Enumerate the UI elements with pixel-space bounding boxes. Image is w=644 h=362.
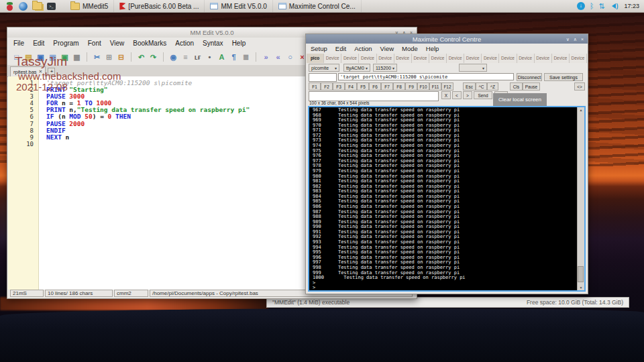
device-tab-7[interactable]: Device [429, 54, 447, 63]
menu-view[interactable]: View [110, 40, 125, 47]
key-f7[interactable]: F7 [381, 82, 393, 90]
key-f8[interactable]: F8 [393, 82, 405, 90]
terminal-icon[interactable]: >_ [47, 3, 56, 10]
copy-icon[interactable]: ⊞ [105, 52, 113, 62]
device-tab-10[interactable]: Device [482, 54, 499, 63]
key-f3[interactable]: F3 [333, 82, 345, 90]
scroll-down-icon[interactable]: ▼ [578, 286, 584, 290]
browser-icon[interactable] [19, 2, 28, 11]
menu-edit[interactable]: Edit [33, 40, 44, 47]
menu-mode[interactable]: Mode [402, 45, 418, 52]
key-f6[interactable]: F6 [369, 82, 381, 90]
device-tab-13[interactable]: Device [535, 54, 552, 63]
key-f9[interactable]: F9 [405, 82, 417, 90]
undo-icon[interactable]: ↶ [137, 52, 146, 62]
print-icon[interactable]: ▦ [72, 52, 81, 62]
dot-icon[interactable]: • [205, 52, 214, 62]
device-tab-12[interactable]: Device [517, 54, 535, 63]
baud-rate-select[interactable]: 115200▾ [373, 64, 397, 72]
menu-file[interactable]: File [13, 40, 24, 47]
terminal-scrollbar[interactable]: ▲ ▼ [577, 107, 584, 290]
key-esc[interactable]: Esc [463, 82, 476, 90]
menu-program[interactable]: Program [53, 40, 78, 47]
menu-help[interactable]: Help [232, 40, 246, 47]
checklist-icon[interactable]: ≣ [241, 52, 250, 62]
line-endings-icon[interactable]: ʟғ [193, 52, 202, 62]
extra-select[interactable]: ▾ [459, 64, 487, 72]
device-type-select[interactable]: picomite▾ [309, 64, 339, 72]
font-icon[interactable]: A [217, 52, 226, 62]
network-icon[interactable]: ⇅ [598, 2, 604, 11]
file-manager-icon[interactable] [32, 2, 42, 10]
browse-icon[interactable]: ◉ [169, 52, 178, 62]
updates-icon[interactable]: ↓ [577, 2, 585, 10]
disconnect-button[interactable]: Disconnect [517, 73, 542, 81]
key-f2[interactable]: F2 [321, 82, 333, 90]
menu-action[interactable]: Action [175, 40, 194, 47]
menu-edit[interactable]: Edit [335, 45, 346, 52]
key-pause[interactable]: Pause [523, 82, 540, 90]
mcc-titlebar[interactable]: Maximite Control Centre ∨ ∧ × [306, 34, 588, 44]
bluetooth-icon[interactable]: ᛒ [590, 2, 594, 11]
device-tab-14[interactable]: Device [552, 54, 570, 63]
device-tab-2[interactable]: Device [341, 54, 359, 63]
taskbar-app-purebasic-6-00-beta[interactable]: [PureBasic 6.00 Beta ... [114, 0, 205, 12]
key-f12[interactable]: F12 [441, 82, 453, 90]
comment-icon[interactable]: ○ [286, 52, 294, 62]
device-tab-4[interactable]: Device [377, 54, 394, 63]
taskbar-app-mm-edit-v5-0-0[interactable]: MM Edit V5.0.0 [205, 0, 272, 12]
device-tab-8[interactable]: Device [447, 54, 464, 63]
key-z[interactable]: ^Z [487, 82, 498, 90]
send-prev-button[interactable]: < [452, 91, 462, 99]
paste-icon[interactable]: ⊟ [117, 52, 125, 62]
redo-icon[interactable]: ↷ [149, 52, 158, 62]
device-tab-1[interactable]: Device [324, 54, 341, 63]
clock[interactable]: 17:23 [624, 3, 639, 9]
indent-icon[interactable]: » [262, 52, 270, 62]
menu-setup[interactable]: Setup [311, 45, 327, 52]
taskbar-app-maximite-control-ce[interactable]: Maximite Control Ce... [273, 0, 362, 12]
device-tab-5[interactable]: Device [394, 54, 412, 63]
key-f11[interactable]: F11 [429, 82, 441, 90]
maximize-icon[interactable]: ∧ [574, 34, 577, 44]
raspberry-menu-icon[interactable] [5, 2, 14, 11]
scroll-thumb[interactable] [578, 266, 584, 282]
startup-command-field[interactable] [338, 73, 514, 80]
menu-font[interactable]: Font [88, 40, 101, 47]
highlight-icon[interactable]: ¶ [229, 52, 238, 62]
send-input[interactable] [309, 91, 439, 101]
taskbar-app-mmedit5[interactable]: MMedit5 [65, 0, 114, 12]
menu-help[interactable]: Help [426, 45, 439, 52]
minimize-icon[interactable]: ∨ [566, 34, 570, 44]
device-tab-9[interactable]: Device [464, 54, 482, 63]
send-x-button[interactable]: X [441, 91, 451, 99]
port-field[interactable] [309, 73, 337, 82]
send-next-button[interactable]: > [463, 91, 472, 99]
code-area[interactable]: 'target port\ttyACM0:115200 s\picomitePR… [39, 76, 250, 290]
device-tab-15[interactable]: Device [570, 54, 587, 63]
cut-icon[interactable]: ✂ [93, 52, 101, 62]
device-tab-pico[interactable]: pico [307, 54, 324, 63]
key-pair[interactable]: <> [574, 82, 585, 90]
scroll-up-icon[interactable]: ▲ [578, 108, 584, 112]
key-f4[interactable]: F4 [345, 82, 357, 90]
volume-icon[interactable]: ) [609, 2, 618, 11]
send-button[interactable]: Send [474, 91, 492, 99]
key-f5[interactable]: F5 [357, 82, 369, 90]
menu-syntax[interactable]: Syntax [203, 40, 223, 47]
device-tab-6[interactable]: Device [412, 54, 429, 63]
menu-bookmarks[interactable]: BookMarks [133, 40, 166, 47]
save-settings-button[interactable]: Save settings [544, 73, 583, 81]
device-tab-3[interactable]: Device [359, 54, 376, 63]
list-icon[interactable]: ≡ [181, 52, 190, 62]
device-tab-11[interactable]: Device [499, 54, 517, 63]
menu-action[interactable]: Action [354, 45, 372, 52]
terminal[interactable]: 967 Testing data transfer speed on raspb… [308, 106, 586, 292]
close-icon[interactable]: × [581, 34, 584, 44]
key-f10[interactable]: F10 [417, 82, 429, 90]
key-f1[interactable]: F1 [309, 82, 321, 90]
menu-view[interactable]: View [380, 45, 394, 52]
key-cls[interactable]: Cls [510, 82, 523, 90]
serial-port-select[interactable]: ttyACM0▾ [343, 64, 370, 72]
key-c[interactable]: ^C [476, 82, 487, 90]
